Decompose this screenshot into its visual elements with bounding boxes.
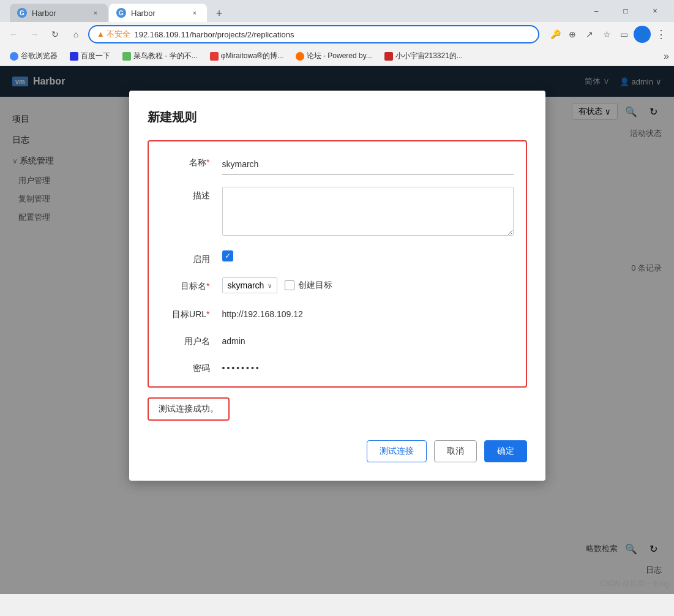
create-target-checkbox[interactable] [285,280,294,290]
cancel-button[interactable]: 取消 [434,440,477,462]
desc-label: 描述 [161,187,210,201]
target-url-field-container: http://192.168.109.12 [222,306,514,319]
bookmark-csdn-icon [384,52,393,61]
bookmark-forum[interactable]: 论坛 - Powered by... [291,50,377,62]
success-message: 测试连接成功。 [148,397,230,421]
tab-1[interactable]: G Harbor × [10,4,108,22]
password-row: 密码 •••••••• [161,359,514,374]
enable-checkbox[interactable]: ✓ [222,250,233,261]
password-field-container: •••••••• [222,359,514,373]
page-content: vm Harbor 简体 ∨ 👤 admin ∨ 项目 日志 [0,66,674,594]
maximize-button[interactable]: □ [612,1,640,21]
target-dropdown-chevron-icon: ∨ [268,282,272,289]
desc-field-container [222,187,514,238]
new-rule-modal: 新建规则 名称* 描述 [129,91,545,481]
url-required-indicator: * [206,309,209,319]
tab-2-icon: G [116,8,126,18]
address-icons: 🔑 ⊕ ↗ ☆ ▭ 👤 ⋮ [548,25,669,43]
desc-textarea[interactable] [222,187,514,236]
bookmark-google-icon [10,52,18,61]
create-target-label: 创建目标 [298,280,332,291]
name-field-container [222,154,514,175]
profile-icon[interactable]: 👤 [634,26,651,43]
name-input[interactable] [222,154,514,175]
modal-actions: 测试连接 取消 确定 [148,440,527,462]
username-row: 用户名 admin [161,332,514,347]
address-bar-row: ← → ↻ ⌂ ▲ 不安全 192.168.109.11/harbor/proj… [0,22,674,47]
bookmark-baidu-icon [70,52,78,61]
target-row: skymarch ∨ 创建目标 [222,277,514,293]
enable-label: 启用 [161,250,210,265]
bookmark-csdn[interactable]: 小小宇宙213321的... [380,50,468,62]
test-connection-button[interactable]: 测试连接 [367,440,427,462]
back-button[interactable]: ← [5,26,22,43]
name-row: 名称* [161,154,514,175]
url-display: 192.168.109.11/harbor/projects/2/replica… [134,30,294,39]
bookmark-csdn-label: 小小宇宙213321的... [395,51,463,61]
translate-icon[interactable]: ⊕ [565,27,580,42]
new-tab-button[interactable]: + [211,5,228,22]
password-value: •••••••• [222,359,514,373]
menu-dots-icon[interactable]: ⋮ [653,25,669,43]
split-screen-icon[interactable]: ▭ [616,27,631,42]
window-controls: – □ × [582,1,669,21]
bookmark-google-browser[interactable]: 谷歌浏览器 [5,50,62,62]
enable-checkbox-wrapper: ✓ [222,250,514,261]
target-select-value: skymarch [228,280,264,290]
reload-button[interactable]: ↻ [47,26,64,43]
username-label: 用户名 [161,332,210,347]
checkmark-icon: ✓ [225,252,231,260]
bookmark-miraitowa-icon [210,52,219,61]
bookmark-miraitowa-label: φMiraitowa®的博... [221,51,283,61]
desc-row: 描述 [161,187,514,238]
enable-field-container: ✓ [222,250,514,261]
target-name-label: 目标名* [161,277,210,292]
target-name-field-container: skymarch ∨ 创建目标 [222,277,514,293]
form-section: 名称* 描述 启用 [148,140,527,388]
tab-1-close[interactable]: × [91,8,100,18]
forward-button[interactable]: → [26,26,43,43]
bookmark-runoob[interactable]: 菜鸟教程 - 学的不... [118,50,203,62]
bookmark-baidu-label: 百度一下 [81,51,110,61]
password-label: 密码 [161,359,210,374]
tab-2-label: Harbor [131,9,185,18]
target-url-value: http://192.168.109.12 [222,306,514,319]
bookmark-baidu[interactable]: 百度一下 [65,50,115,62]
confirm-button[interactable]: 确定 [484,440,527,462]
browser-chrome: G Harbor × G Harbor × + – □ × ← → ↻ ⌂ [0,0,674,66]
tab-2[interactable]: G Harbor × [109,4,207,22]
address-bar[interactable]: ▲ 不安全 192.168.109.11/harbor/projects/2/r… [88,25,539,43]
bookmark-icon[interactable]: ☆ [599,27,614,42]
create-target-row: 创建目标 [285,280,332,291]
modal-overlay: 新建规则 名称* 描述 [0,66,674,594]
minimize-button[interactable]: – [582,1,610,21]
username-field-container: admin [222,332,514,346]
target-url-row: 目标URL* http://192.168.109.12 [161,306,514,320]
tab-1-label: Harbor [32,9,86,18]
home-button[interactable]: ⌂ [67,26,84,43]
title-bar: G Harbor × G Harbor × + – □ × [0,0,674,22]
tab-2-close[interactable]: × [190,8,200,18]
tab-1-icon: G [17,8,27,18]
key-icon[interactable]: 🔑 [548,27,563,42]
bookmark-miraitowa[interactable]: φMiraitowa®的博... [205,50,288,62]
watermark: CSDN @风雪一更ing [599,579,669,589]
target-select-dropdown[interactable]: skymarch ∨ [222,277,278,293]
bookmark-forum-icon [296,52,304,61]
bookmarks-bar: 谷歌浏览器 百度一下 菜鸟教程 - 学的不... φMiraitowa®的博..… [0,47,674,66]
share-icon[interactable]: ↗ [582,27,597,42]
username-value: admin [222,332,514,346]
bookmark-runoob-icon [122,52,131,61]
bookmark-forum-label: 论坛 - Powered by... [307,51,372,61]
modal-title: 新建规则 [148,109,527,126]
name-label: 名称* [161,154,210,168]
close-button[interactable]: × [641,1,669,21]
name-required-indicator: * [206,157,209,167]
bookmarks-more-icon[interactable]: » [664,51,669,62]
target-name-row: 目标名* skymarch ∨ 创建目标 [161,277,514,293]
bookmark-google-label: 谷歌浏览器 [21,51,58,61]
security-warning-icon: ▲ 不安全 [97,29,130,40]
bookmark-runoob-label: 菜鸟教程 - 学的不... [133,51,198,61]
enable-row: 启用 ✓ [161,250,514,265]
target-required-indicator: * [206,281,209,291]
